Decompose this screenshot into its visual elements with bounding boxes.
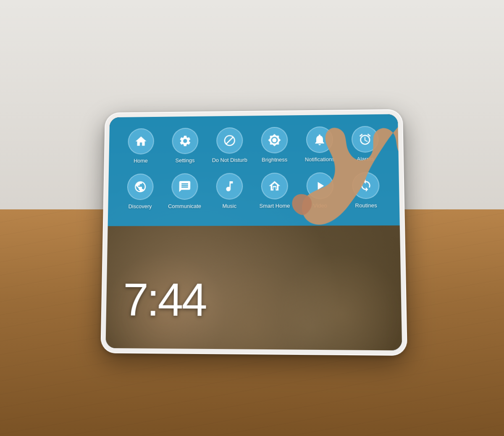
notifications-label: Notifications [305,156,335,162]
music-label: Music [222,203,236,209]
brightness-icon-circle [261,127,288,153]
settings-icon-circle [172,127,198,154]
routines-label: Routines [355,202,377,209]
smart-home-icon-circle [261,172,288,199]
brightness-label: Brightness [262,156,287,163]
smart-home-label: Smart Home [259,202,290,209]
alarms-icon-circle [352,126,379,153]
settings-icon [178,134,192,147]
video-label: Video [313,202,327,209]
menu-item-dnd[interactable]: Do Not Disturb [207,124,252,166]
menu-item-routines[interactable]: Routines [343,169,389,212]
music-icon-circle [216,173,243,199]
dnd-icon [223,134,236,147]
routines-icon [359,179,373,192]
menu-item-music[interactable]: Music [207,169,252,212]
menu-item-smart-home[interactable]: Smart Home [252,169,297,212]
communicate-label: Communicate [168,203,201,209]
discovery-icon [134,180,147,193]
home-icon [134,135,147,148]
menu-item-video[interactable]: Video [297,169,343,212]
video-icon [313,179,327,192]
echo-device: 7:44 Home [100,109,407,356]
menu-item-communicate[interactable]: Communicate [162,170,207,213]
brightness-icon [268,133,281,147]
dnd-label: Do Not Disturb [212,156,247,163]
communicate-icon [178,180,192,193]
communicate-icon-circle [171,173,198,200]
menu-item-alarms[interactable]: Alarms [342,122,388,166]
discovery-icon-circle [127,173,153,200]
menu-row-2: Discovery Communicate [118,169,389,213]
menu-row-1: Home Settings Do [118,122,388,167]
menu-item-notifications[interactable]: Notifications [297,123,343,166]
music-icon [223,180,236,193]
menu-item-settings[interactable]: Settings [163,124,207,166]
alarms-label: Alarms [357,156,374,162]
home-label: Home [134,157,148,164]
device-screen: 7:44 Home [105,114,402,350]
smart-home-icon [268,179,281,193]
video-icon-circle [307,172,334,199]
settings-label: Settings [175,157,194,163]
clock-display: 7:44 [123,276,206,323]
menu-item-brightness[interactable]: Brightness [252,123,297,166]
quick-menu-overlay: Home Settings Do [108,114,400,226]
home-icon-circle [128,128,154,154]
dnd-icon-circle [216,127,243,153]
notifications-icon-circle [306,126,333,153]
menu-item-home[interactable]: Home [118,125,163,167]
routines-icon-circle [352,172,380,199]
discovery-label: Discovery [129,203,152,209]
notifications-icon [313,133,326,146]
menu-item-discovery[interactable]: Discovery [118,170,163,212]
alarms-icon [358,132,372,146]
